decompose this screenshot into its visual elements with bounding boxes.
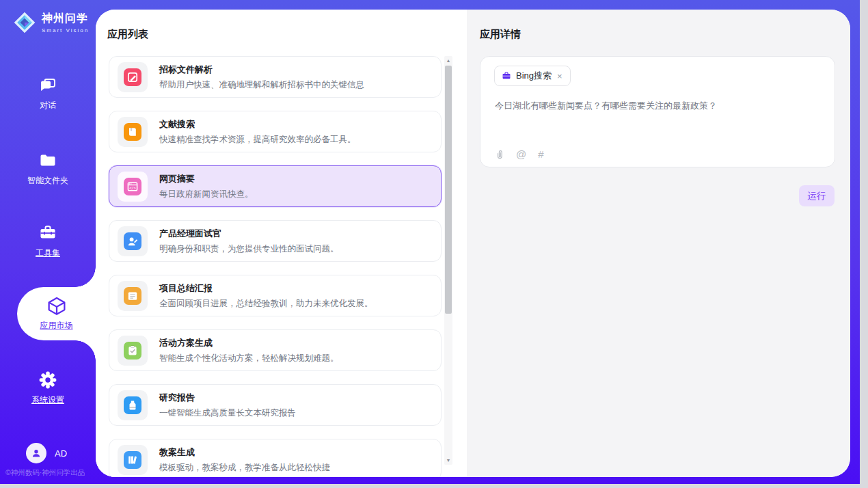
run-button[interactable]: 运行: [799, 185, 835, 206]
bubble-bottom-curve: [75, 340, 96, 361]
sidebar-item-chat[interactable]: 对话: [0, 76, 96, 111]
sidebar-item-settings[interactable]: 系统设置: [0, 370, 96, 406]
lesson-plan-icon: [124, 451, 141, 469]
gear-icon: [38, 370, 57, 390]
brand-name: 神州问学: [42, 12, 89, 26]
literature-search-icon: [124, 123, 141, 141]
mention-icon[interactable]: @: [516, 148, 526, 160]
bid-document-icon: [124, 68, 141, 86]
toolbox-icon: [38, 223, 57, 243]
app-list: 招标文件解析 帮助用户快速、准确地理解和解析招标书中的关键信息: [109, 56, 442, 477]
bubble-top-curve: [75, 267, 96, 287]
copyright-footer: ©神州数码·神州问学出品: [5, 468, 85, 478]
app-name: 教案生成: [159, 446, 330, 459]
app-desc: 全面回顾项目进展，总结经验教训，助力未来优化发展。: [159, 298, 373, 310]
scrollbar-thumb[interactable]: [445, 66, 452, 314]
briefcase-icon: [502, 71, 511, 81]
scroll-down-icon[interactable]: ▼: [444, 456, 452, 465]
app-list-scrollbar[interactable]: ▲ ▼: [444, 56, 452, 465]
app-card-event-plan[interactable]: 活动方案生成 智能生成个性化活动方案，轻松解决规划难题。: [109, 329, 442, 371]
tool-tag-bing-search[interactable]: Bing搜索 ×: [494, 66, 571, 86]
app-card-web-summary[interactable]: </> 网页摘要 每日政府新闻资讯快查。: [109, 165, 442, 207]
app-card-literature-search[interactable]: 文献搜索 快速精准查找学术资源，提高研究效率的必备工具。: [109, 111, 442, 152]
app-desc: 明确身份和职责，为您提供专业性的面试问题。: [159, 243, 339, 255]
app-card-pm-interviewer[interactable]: 产品经理面试官 明确身份和职责，为您提供专业性的面试问题。: [109, 220, 442, 262]
app-list-title: 应用列表: [107, 28, 148, 41]
sidebar-item-label: 系统设置: [31, 394, 64, 406]
chat-icon: [38, 76, 57, 95]
cube-icon: [46, 296, 67, 316]
sidebar-item-label: 对话: [40, 100, 56, 111]
research-report-icon: [124, 396, 141, 414]
app-detail-title: 应用详情: [480, 28, 521, 41]
app-desc: 帮助用户快速、准确地理解和解析招标书中的关键信息: [159, 79, 364, 91]
app-name: 研究报告: [159, 392, 296, 404]
sidebar-item-label: 智能文件夹: [27, 175, 68, 187]
sidebar-item-toolset[interactable]: 工具集: [0, 223, 96, 259]
tool-tag-label: Bing搜索: [516, 70, 552, 82]
app-name: 网页摘要: [159, 173, 254, 185]
event-plan-icon: [124, 342, 141, 360]
paperclip-icon[interactable]: [495, 149, 504, 160]
avatar: [26, 443, 46, 463]
app-desc: 智能生成个性化活动方案，轻松解决规划难题。: [159, 353, 339, 364]
main-content: 应用列表 招标文件解析 帮助用户快速、准确地理解和解析招标书中的关键信: [96, 10, 850, 477]
web-summary-icon: </>: [124, 178, 141, 195]
brand-subtitle: Smart Vision: [42, 27, 89, 33]
prompt-card: Bing搜索 × 今日湖北有哪些新闻要点？有哪些需要关注的最新政策？ @ #: [480, 56, 835, 167]
sidebar-item-smart-folder[interactable]: 智能文件夹: [0, 151, 96, 187]
app-desc: 模板驱动，教案秒成，教学准备从此轻松快捷: [159, 462, 330, 474]
app-name: 文献搜索: [159, 118, 356, 131]
app-card-research-report[interactable]: 研究报告 一键智能生成高质量长文本研究报告: [109, 384, 442, 426]
project-summary-icon: [124, 287, 141, 305]
app-name: 活动方案生成: [159, 337, 339, 349]
app-desc: 一键智能生成高质量长文本研究报告: [159, 407, 296, 419]
app-name: 项目总结汇报: [159, 282, 373, 295]
app-detail-panel: 应用详情 Bing搜索 × 今日湖北有哪些新闻要点？有哪些需要关注的最新政策？: [467, 10, 850, 477]
prompt-input[interactable]: 今日湖北有哪些新闻要点？有哪些需要关注的最新政策？: [495, 99, 822, 113]
sidebar-item-label: 应用市场: [40, 320, 73, 331]
attachment-toolbar: @ #: [495, 148, 544, 160]
app-desc: 每日政府新闻资讯快查。: [159, 189, 254, 200]
scroll-up-icon[interactable]: ▲: [444, 56, 452, 65]
sidebar-item-label: 工具集: [36, 247, 60, 259]
diamond-logo-icon: [12, 10, 37, 35]
close-icon[interactable]: ×: [556, 72, 563, 81]
brand-logo: 神州问学 Smart Vision: [12, 10, 89, 35]
app-name: 产品经理面试官: [159, 228, 339, 240]
pm-interviewer-icon: [124, 232, 141, 250]
app-list-panel: 应用列表 招标文件解析 帮助用户快速、准确地理解和解析招标书中的关键信: [96, 10, 467, 477]
folder-icon: [38, 151, 57, 170]
sidebar: 神州问学 Smart Vision 对话 智能文件夹: [0, 0, 96, 484]
sidebar-item-app-market[interactable]: 应用市场: [17, 287, 96, 340]
app-window: 神州问学 Smart Vision 对话 智能文件夹: [0, 0, 860, 484]
svg-text:</>: </>: [129, 185, 136, 189]
hashtag-icon[interactable]: #: [538, 148, 543, 160]
app-card-bid-parse[interactable]: 招标文件解析 帮助用户快速、准确地理解和解析招标书中的关键信息: [109, 56, 442, 98]
app-desc: 快速精准查找学术资源，提高研究效率的必备工具。: [159, 134, 356, 146]
user-initials: AD: [55, 448, 67, 459]
app-name: 招标文件解析: [159, 64, 364, 76]
app-card-project-summary[interactable]: 项目总结汇报 全面回顾项目进展，总结经验教训，助力未来优化发展。: [109, 275, 442, 316]
user-account[interactable]: AD: [26, 443, 67, 463]
app-card-lesson-plan[interactable]: 教案生成 模板驱动，教案秒成，教学准备从此轻松快捷: [109, 439, 442, 477]
